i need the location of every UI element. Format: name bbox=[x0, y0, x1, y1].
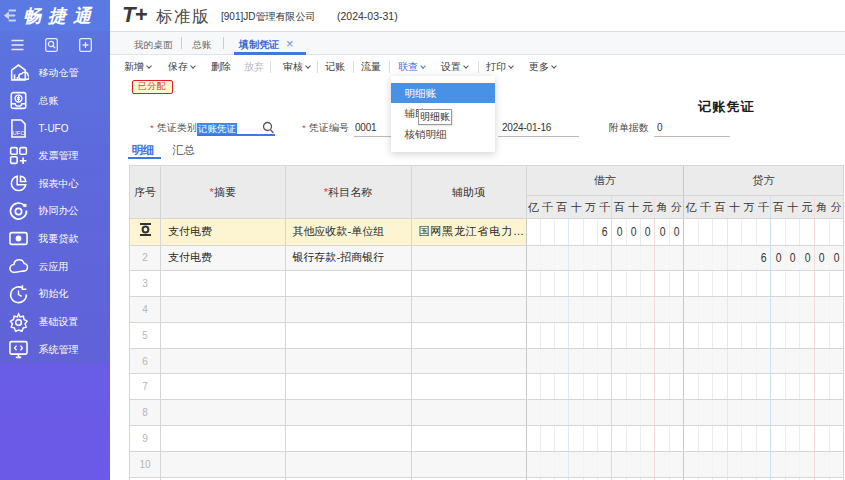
svg-text:UFO: UFO bbox=[12, 130, 25, 136]
